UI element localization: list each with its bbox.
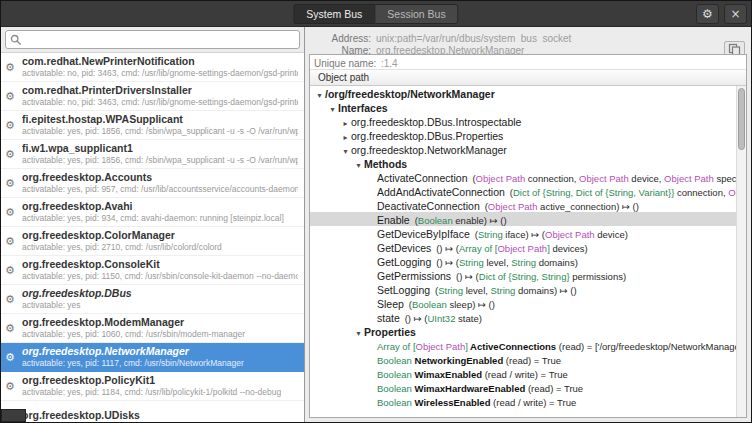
tree-row[interactable]: AddAndActivateConnection (Dict of {Strin… xyxy=(310,184,736,198)
service-name: org.freedesktop.DBus xyxy=(22,287,132,300)
service-name: com.redhat.PrinterDriversInstaller xyxy=(22,84,298,97)
tree-row[interactable]: ▸org.freedesktop.DBus.Introspectable xyxy=(310,114,736,128)
tree-row[interactable]: state () ↦ (UInt32 state) xyxy=(310,310,736,324)
service-gear-icon: ⚙ xyxy=(5,380,18,393)
service-name: org.freedesktop.Accounts xyxy=(22,171,298,184)
tree-row[interactable]: Enable (Boolean enable) ↦ () xyxy=(310,212,736,226)
service-item[interactable]: ⚙org.freedesktop.NetworkManageractivatab… xyxy=(1,343,304,372)
expander-open-icon[interactable]: ▾ xyxy=(353,327,364,338)
signature: (String iface) ↦ (Object Path device) xyxy=(475,226,628,240)
signature: (String level, String domains) ↦ () xyxy=(435,282,577,296)
service-item[interactable]: ⚙org.freedesktop.PolicyKit1activatable: … xyxy=(1,372,304,401)
gear-icon: ⚙ xyxy=(702,7,713,21)
tree-row[interactable]: ▾/org/freedesktop/NetworkManager xyxy=(310,86,736,100)
tree-row[interactable]: GetLogging () ↦ (String level, String do… xyxy=(310,254,736,268)
tree-row[interactable]: Boolean WimaxEnabled (read / write) = Tr… xyxy=(310,366,736,380)
tree-row[interactable]: ▸org.freedesktop.DBus.Properties xyxy=(310,128,736,142)
service-item[interactable]: ⚙fi.w1.wpa_supplicant1activatable: yes, … xyxy=(1,140,304,169)
object-path-column-header[interactable]: Object path xyxy=(310,69,746,86)
tree-row[interactable]: ▾Properties xyxy=(310,324,736,338)
tree-row[interactable]: ▾Methods xyxy=(310,156,736,170)
header-actions: ⚙ × xyxy=(696,4,747,24)
tree-row[interactable]: Boolean WirelessEnabled (read / write) =… xyxy=(310,394,736,408)
signature: Boolean WimaxEnabled (read / write) = Tr… xyxy=(377,366,568,380)
service-detail: activatable: yes, pid: 1856, cmd: /sbin/… xyxy=(22,155,298,166)
service-gear-icon: ⚙ xyxy=(5,206,18,219)
expander-closed-icon[interactable]: ▸ xyxy=(340,131,351,142)
service-item[interactable]: ⚙org.freedesktop.UDisks xyxy=(1,401,304,422)
tree-row[interactable]: Sleep (Boolean sleep) ↦ () xyxy=(310,296,736,310)
search-input[interactable] xyxy=(26,32,297,48)
service-gear-icon: ⚙ xyxy=(5,119,18,132)
service-detail: activatable: yes, pid: 1184, cmd: /usr/l… xyxy=(22,387,281,398)
service-item[interactable]: ⚙org.freedesktop.Accountsactivatable: ye… xyxy=(1,169,304,198)
settings-gear-button[interactable]: ⚙ xyxy=(696,4,719,24)
method-name: GetDevices xyxy=(377,242,434,254)
search-entry[interactable] xyxy=(5,30,300,49)
tab-session-bus[interactable]: Session Bus xyxy=(374,4,458,24)
service-item[interactable]: ⚙com.redhat.NewPrinterNotificationactiva… xyxy=(1,53,304,82)
tree-row[interactable]: Boolean NetworkingEnabled (read) = True xyxy=(310,352,736,366)
service-name: org.freedesktop.PolicyKit1 xyxy=(22,374,281,387)
expander-open-icon[interactable]: ▾ xyxy=(314,89,325,100)
service-detail: activatable: yes, pid: 934, cmd: avahi-d… xyxy=(22,213,284,224)
service-gear-icon: ⚙ xyxy=(5,264,18,277)
search-icon xyxy=(10,34,22,46)
service-item[interactable]: ⚙org.freedesktop.ModemManageractivatable… xyxy=(1,314,304,343)
signature: () ↦ (Dict of {String, String} permissio… xyxy=(456,268,626,282)
service-name: org.freedesktop.UDisks xyxy=(22,409,140,422)
tree-label: org.freedesktop.DBus.Properties xyxy=(351,130,503,142)
unique-name-row: Unique name::1.4 xyxy=(310,55,746,69)
service-name: fi.w1.wpa_supplicant1 xyxy=(22,142,298,155)
service-detail: activatable: no, pid: 3463, cmd: /usr/li… xyxy=(22,68,298,79)
scrollbar-track[interactable] xyxy=(736,86,746,417)
tree-row[interactable]: ActivateConnection (Object Path connecti… xyxy=(310,170,736,184)
tree-row[interactable]: DeactivateConnection (Object Path active… xyxy=(310,198,736,212)
tree-label: /org/freedesktop/NetworkManager xyxy=(325,88,495,100)
service-item[interactable]: ⚙com.redhat.PrinterDriversInstalleractiv… xyxy=(1,82,304,111)
signature: Boolean NetworkingEnabled (read) = True xyxy=(377,352,561,366)
scrollbar-thumb[interactable] xyxy=(738,88,745,150)
tree-row[interactable]: GetDeviceByIpIface (String iface) ↦ (Obj… xyxy=(310,226,736,240)
service-item[interactable]: ⚙org.freedesktop.ColorManageractivatable… xyxy=(1,227,304,256)
expander-open-icon[interactable]: ▾ xyxy=(340,145,351,156)
service-name: org.freedesktop.Avahi xyxy=(22,200,284,213)
signature: (Dict of {String, Dict of {String, Varia… xyxy=(510,184,736,198)
method-name: AddAndActivateConnection xyxy=(377,186,508,198)
tree-row[interactable]: GetPermissions () ↦ (Dict of {String, St… xyxy=(310,268,736,282)
expander-open-icon[interactable]: ▾ xyxy=(327,103,338,114)
service-detail: activatable: yes, pid: 957, cmd: /usr/li… xyxy=(22,184,298,195)
service-detail: activatable: yes xyxy=(22,300,132,311)
service-item[interactable]: ⚙fi.epitest.hostap.WPASupplicantactivata… xyxy=(1,111,304,140)
expander-closed-icon[interactable]: ▸ xyxy=(340,117,351,128)
service-item[interactable]: ⚙org.freedesktop.ConsoleKitactivatable: … xyxy=(1,256,304,285)
tree-label: Interfaces xyxy=(338,102,388,114)
close-button[interactable]: × xyxy=(724,4,747,24)
signature: (Boolean sleep) ↦ () xyxy=(409,296,495,310)
service-gear-icon: ⚙ xyxy=(5,61,18,74)
details-panel: Address:unix:path=/var/run/dbus/system_b… xyxy=(305,27,751,422)
service-item[interactable]: ⚙org.freedesktop.Avahiactivatable: yes, … xyxy=(1,198,304,227)
tree-row[interactable]: GetDevices () ↦ (Array of [Object Path] … xyxy=(310,240,736,254)
expander-open-icon[interactable]: ▾ xyxy=(353,159,364,170)
signature: (Boolean enable) ↦ () xyxy=(415,212,507,226)
tree-row[interactable]: SetLogging (String level, String domains… xyxy=(310,282,736,296)
service-detail: activatable: yes, pid: 1856, cmd: /sbin/… xyxy=(22,126,298,137)
method-name: state xyxy=(377,312,403,324)
service-item[interactable]: ⚙org.freedesktop.DBusactivatable: yes xyxy=(1,285,304,314)
service-gear-icon: ⚙ xyxy=(5,177,18,190)
tree-row[interactable]: ▾org.freedesktop.NetworkManager xyxy=(310,142,736,156)
tree-row[interactable]: ▾Interfaces xyxy=(310,100,736,114)
address-value: unix:path=/var/run/dbus/system_bus_socke… xyxy=(376,33,571,43)
tree-row[interactable]: Boolean WimaxHardwareEnabled (read) = Tr… xyxy=(310,380,736,394)
tree-row[interactable]: Array of [Object Path] ActiveConnections… xyxy=(310,338,736,352)
method-name: SetLogging xyxy=(377,284,433,296)
service-name: org.freedesktop.ModemManager xyxy=(22,316,245,329)
signature: Array of [Object Path] ActiveConnections… xyxy=(377,338,736,352)
method-name: ActivateConnection xyxy=(377,172,470,184)
signature: () ↦ (Array of [Object Path] devices) xyxy=(436,240,588,254)
tree-label: Properties xyxy=(364,326,416,338)
tab-system-bus[interactable]: System Bus xyxy=(293,4,374,24)
method-name: GetPermissions xyxy=(377,270,454,282)
service-detail: activatable: yes, pid: 1150, cmd: /usr/s… xyxy=(22,271,298,282)
